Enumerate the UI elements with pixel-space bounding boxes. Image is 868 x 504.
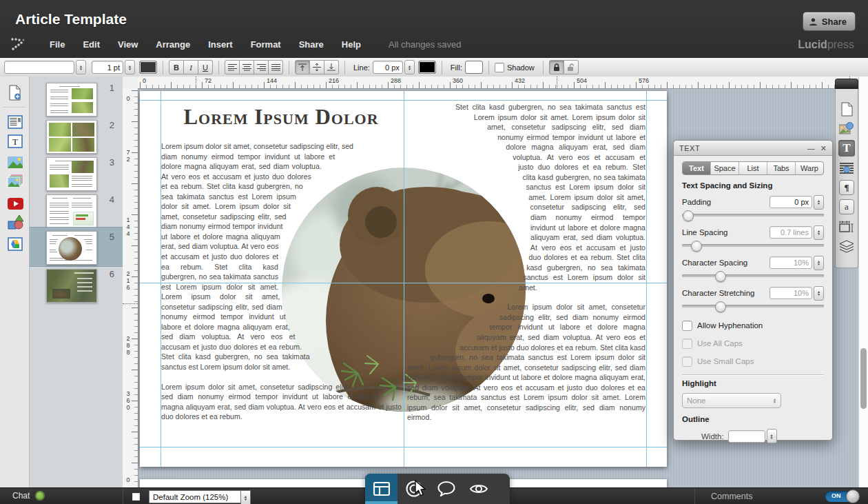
underline-button[interactable]: U	[198, 60, 213, 74]
character-icon[interactable]: a	[838, 199, 855, 215]
font-size-stepper[interactable]: ▲▼	[125, 60, 135, 74]
fit-page-icon[interactable]	[132, 493, 140, 501]
tab-space[interactable]: Space	[710, 162, 738, 174]
text-wrap-icon[interactable]	[838, 161, 855, 177]
valign-bottom-button[interactable]	[324, 60, 339, 74]
outline-width-field[interactable]	[728, 430, 765, 443]
line-width-stepper[interactable]: ▲▼	[404, 60, 415, 74]
menu-share[interactable]: Share	[299, 39, 324, 50]
image-properties-icon[interactable]	[838, 120, 855, 137]
zoom-select[interactable]: Default Zoom (125%)	[149, 490, 248, 503]
article-column-right[interactable]: Stet clita kasd gubergren, no sea takima…	[407, 102, 645, 451]
shapes-tool[interactable]	[6, 214, 24, 231]
shadow-checkbox[interactable]	[495, 63, 504, 72]
page-properties-icon[interactable]	[838, 101, 855, 117]
line-spacing-slider[interactable]	[682, 241, 824, 250]
line-spacing-stepper[interactable]: ▲▼	[814, 225, 824, 240]
padding-slider[interactable]	[682, 210, 824, 220]
page-thumbnail-row-4[interactable]: 4	[30, 192, 123, 229]
lock-button[interactable]	[549, 60, 564, 74]
comments-toggle[interactable]: ON	[825, 491, 858, 502]
add-page-button[interactable]	[6, 85, 24, 101]
comment-mode-button[interactable]	[430, 474, 462, 504]
menu-edit[interactable]: Edit	[83, 39, 100, 50]
menu-insert[interactable]: Insert	[208, 39, 232, 50]
text-color-swatch[interactable]	[139, 61, 157, 74]
fill-color-swatch[interactable]	[465, 61, 483, 74]
layers-icon[interactable]	[838, 239, 855, 255]
chat-button[interactable]: Chat	[12, 491, 45, 501]
tab-tabs[interactable]: Tabs	[767, 162, 795, 174]
close-icon[interactable]: ✕	[820, 145, 827, 152]
page-thumbnail-row-2[interactable]: 2	[30, 117, 123, 154]
font-family-select[interactable]	[4, 61, 74, 74]
valign-middle-button[interactable]	[310, 60, 324, 74]
valign-top-button[interactable]	[295, 60, 310, 74]
document-page[interactable]: Lorem Ipsum Dolor Lorem ipsum dolor sit …	[140, 91, 667, 467]
italic-button[interactable]: I	[184, 60, 198, 74]
allow-hyphenation-checkbox[interactable]	[682, 321, 692, 331]
bold-button[interactable]: B	[169, 60, 184, 74]
zoom-stepper[interactable]: ▲▼	[240, 490, 251, 504]
align-justify-button[interactable]	[269, 60, 283, 74]
article-headline[interactable]: Lorem Ipsum Dolor	[161, 105, 402, 130]
char-spacing-stepper[interactable]: ▲▼	[814, 256, 824, 270]
page-3-thumbnail[interactable]	[46, 157, 97, 191]
dimensions-icon[interactable]	[838, 219, 855, 236]
page-thumbnail-row-6[interactable]: 6	[30, 266, 123, 303]
tab-text[interactable]: Text	[683, 162, 710, 174]
youtube-video-tool[interactable]	[6, 195, 24, 212]
font-size-field[interactable]: 1 pt	[92, 61, 123, 74]
align-center-button[interactable]	[240, 60, 254, 74]
padding-stepper[interactable]: ▲▼	[814, 195, 824, 210]
lucid-logo-icon[interactable]	[10, 37, 26, 52]
line-color-swatch[interactable]	[418, 61, 436, 74]
text-box-tool[interactable]: T	[6, 133, 24, 150]
menu-view[interactable]: View	[118, 39, 138, 50]
menu-arrange[interactable]: Arrange	[156, 39, 190, 50]
align-left-button[interactable]	[225, 60, 240, 74]
vertical-scrollbar-thumb[interactable]	[860, 348, 867, 409]
line-width-field[interactable]: 0 px	[373, 61, 403, 74]
align-right-button[interactable]	[254, 60, 269, 74]
text-properties-icon-active[interactable]: T	[838, 140, 855, 157]
char-stretch-field[interactable]: 10%	[769, 287, 812, 299]
menu-format[interactable]: Format	[251, 39, 281, 50]
google-drive-tool[interactable]	[6, 236, 24, 252]
vertical-scrollbar[interactable]	[858, 77, 868, 487]
text-panel-titlebar[interactable]: TEXT — ✕	[674, 141, 832, 156]
image-tool[interactable]	[6, 154, 24, 170]
document-title[interactable]: Article Template	[15, 11, 127, 28]
minimize-icon[interactable]: —	[807, 145, 815, 152]
char-spacing-slider[interactable]	[682, 271, 824, 281]
line-spacing-field[interactable]: 0.7 lines	[769, 226, 812, 239]
share-button[interactable]: Share	[803, 12, 856, 31]
article-column-left[interactable]: Lorem ipsum dolor sit amet, consetetur s…	[161, 141, 402, 450]
padding-field[interactable]: 0 px	[769, 196, 812, 208]
page-2-thumbnail[interactable]	[46, 120, 97, 154]
toggle-knob[interactable]	[846, 490, 860, 503]
paragraph-icon[interactable]: ¶	[838, 179, 855, 196]
page-4-thumbnail[interactable]	[46, 194, 97, 228]
char-spacing-field[interactable]: 10%	[769, 256, 812, 269]
page-thumbnail-row-1[interactable]: 1	[30, 80, 123, 117]
font-family-stepper[interactable]: ▲▼	[76, 60, 86, 74]
char-stretch-stepper[interactable]: ▲▼	[814, 286, 824, 301]
menu-help[interactable]: Help	[342, 39, 361, 50]
page-layout-mode-button[interactable]	[365, 474, 397, 504]
char-stretch-slider[interactable]	[682, 301, 824, 311]
page-5-thumbnail[interactable]	[46, 231, 97, 265]
unlock-button[interactable]	[564, 60, 579, 74]
comments-label[interactable]: Comments	[711, 492, 752, 501]
preview-mode-button[interactable]	[462, 474, 495, 504]
highlight-select[interactable]: None ▲▼	[682, 393, 781, 408]
outline-width-stepper[interactable]: ▲▼	[767, 429, 777, 443]
article-text-tool[interactable]	[6, 114, 24, 130]
page-thumbnail-row-5-selected[interactable]: 5	[30, 227, 123, 267]
page-6-thumbnail[interactable]	[46, 269, 97, 303]
page-thumbnail-row-3[interactable]: 3	[30, 154, 123, 192]
tab-warp[interactable]: Warp	[795, 162, 823, 174]
tab-list[interactable]: List	[738, 162, 767, 174]
image-gallery-tool[interactable]	[6, 173, 24, 190]
allow-hyphenation-row[interactable]: Allow Hyphenation	[682, 316, 824, 334]
